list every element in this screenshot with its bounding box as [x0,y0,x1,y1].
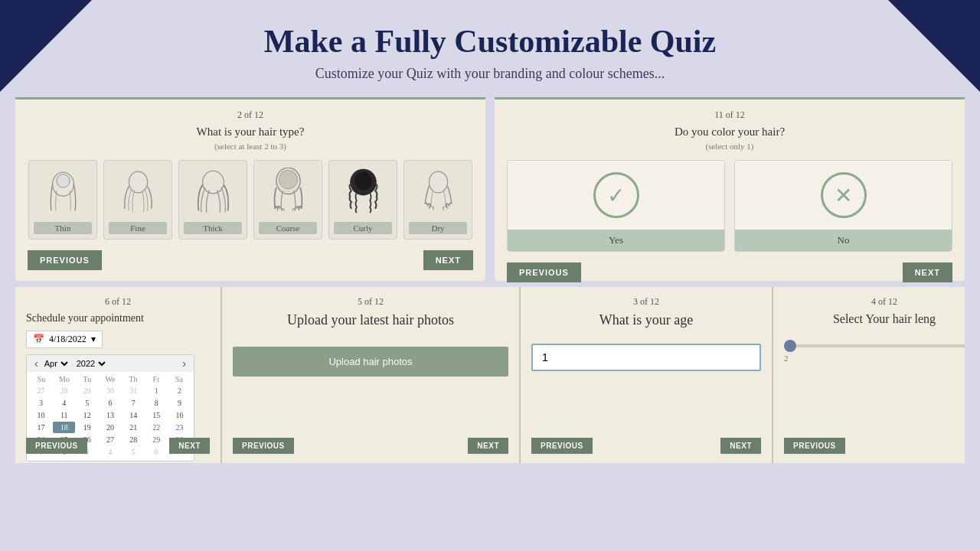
schedule-card: 6 of 12 Schedule your appointment 📅 4/18… [15,287,222,463]
upload-card: 5 of 12 Upload your latest hair photos U… [222,287,521,463]
cal-day[interactable]: 28 [53,385,75,396]
schedule-next-button[interactable]: NEXT [169,438,210,454]
hair-option-coarse[interactable]: Coarse [253,160,322,240]
hair-type-progress: 2 of 12 [28,109,473,121]
age-next-button[interactable]: NEXT [720,438,761,454]
cal-day[interactable]: 17 [30,422,52,433]
hair-type-title: What is your hair type? [28,126,473,139]
hair-type-subtitle: (select at least 2 to 3) [28,142,473,151]
hair-length-card: 4 of 12 Select Your hair leng 2 17 PREVI… [773,287,965,463]
yn-options: ✓ Yes ✕ No [507,160,952,252]
slider-labels: 2 17 [784,354,965,363]
cal-day[interactable]: 21 [122,422,145,433]
hair-label-curly: Curly [334,222,392,234]
check-icon: ✓ [593,172,639,218]
slider-container: 2 17 [784,337,965,363]
schedule-progress: 6 of 12 [26,296,210,308]
hair-label-coarse: Coarse [259,222,317,234]
hair-option-fine[interactable]: Fine [103,160,172,240]
hair-option-curly[interactable]: Curly [328,160,397,240]
upload-prev-button[interactable]: PREVIOUS [233,438,294,454]
hair-label-thick: Thick [184,222,242,234]
schedule-title: Schedule your appointment [26,312,210,324]
cal-day[interactable]: 1 [145,385,168,396]
cal-day[interactable]: 13 [99,409,121,421]
cal-day[interactable]: 30 [99,385,121,396]
cal-days-header: SuMoTuWeThFrSa [30,375,191,383]
hair-option-thick[interactable]: Thick [178,160,247,240]
hair-type-prev-button[interactable]: PREVIOUS [28,250,102,270]
hair-option-dry[interactable]: Dry [403,160,472,240]
yes-option[interactable]: ✓ Yes [507,160,725,252]
age-input[interactable] [531,344,761,371]
hair-options-list: Thin Fine [28,160,473,240]
cal-day[interactable]: 15 [145,409,168,421]
cal-year-select[interactable]: 2022 [74,358,108,369]
hair-option-thin[interactable]: Thin [28,160,97,240]
cal-day[interactable]: 11 [53,409,75,421]
color-hair-next-button[interactable]: NEXT [903,262,952,282]
hair-type-card: 2 of 12 What is your hair type? (select … [15,97,485,281]
cal-day[interactable]: 22 [145,422,168,433]
cal-day[interactable]: 7 [122,397,145,409]
upload-title: Upload your latest hair photos [233,312,508,328]
upload-nav: PREVIOUS NEXT [233,438,508,454]
x-icon: ✕ [821,172,867,218]
cal-day[interactable]: 23 [168,422,191,433]
cal-day[interactable]: 29 [76,385,98,396]
hair-label-thin: Thin [34,222,92,234]
cal-day[interactable]: 3 [30,397,52,409]
cal-day[interactable]: 10 [30,409,52,421]
age-prev-button[interactable]: PREVIOUS [531,438,593,454]
age-nav: PREVIOUS NEXT [531,438,761,454]
hair-length-prev-button[interactable]: PREVIOUS [784,438,845,454]
cal-day-today[interactable]: 18 [53,422,75,433]
page-title: Make a Fully Customizable Quiz [0,23,980,60]
color-hair-subtitle: (select only 1) [507,142,952,151]
header: Make a Fully Customizable Quiz Customize… [0,0,980,97]
cal-prev-month[interactable]: ‹ [31,357,41,370]
date-picker[interactable]: 📅 4/18/2022 ▾ [26,331,103,348]
cal-day[interactable]: 31 [122,385,145,396]
svg-point-3 [202,171,224,193]
svg-point-2 [129,171,147,193]
upload-photos-button[interactable]: Upload hair photos [233,347,508,377]
yes-label: Yes [508,230,724,251]
color-hair-prev-button[interactable]: PREVIOUS [507,262,581,282]
color-hair-progress: 11 of 12 [507,109,952,121]
bottom-row: 6 of 12 Schedule your appointment 📅 4/18… [15,287,965,463]
cal-day[interactable]: 6 [99,397,121,409]
cal-next-month[interactable]: › [179,357,189,370]
cal-day[interactable]: 2 [168,385,191,396]
hair-length-slider[interactable] [784,344,965,347]
progress-strip [15,97,485,99]
upload-next-button[interactable]: NEXT [468,438,508,454]
no-label: No [735,230,952,251]
no-icon-area: ✕ [735,161,952,230]
progress-strip-2 [495,97,965,99]
color-hair-card: 11 of 12 Do you color your hair? (select… [495,97,965,281]
cal-day[interactable]: 8 [145,397,168,409]
cal-day[interactable]: 19 [76,422,98,433]
slider-min-label: 2 [784,354,789,363]
cal-day[interactable]: 9 [168,397,191,409]
cal-day[interactable]: 14 [122,409,145,421]
cal-day[interactable]: 12 [76,409,98,421]
no-option[interactable]: ✕ No [734,160,952,252]
hair-length-nav: PREVIOUS [784,438,965,454]
hair-type-next-button[interactable]: NEXT [423,250,473,270]
cal-day[interactable]: 4 [53,397,75,409]
page-subtitle: Customize your Quiz with your branding a… [0,66,980,82]
cal-day[interactable]: 27 [30,385,52,396]
cal-month-select[interactable]: Apr [41,358,70,369]
hair-type-nav: PREVIOUS NEXT [28,250,473,270]
hair-img-dry [415,165,461,219]
cal-day[interactable]: 20 [99,422,121,433]
top-row: 2 of 12 What is your hair type? (select … [15,97,965,281]
cal-day[interactable]: 16 [168,409,191,421]
hair-img-curly [340,165,386,219]
schedule-prev-button[interactable]: PREVIOUS [26,438,87,454]
cal-day[interactable]: 5 [76,397,98,409]
yes-icon-area: ✓ [508,161,724,230]
color-hair-nav: PREVIOUS NEXT [507,262,952,282]
